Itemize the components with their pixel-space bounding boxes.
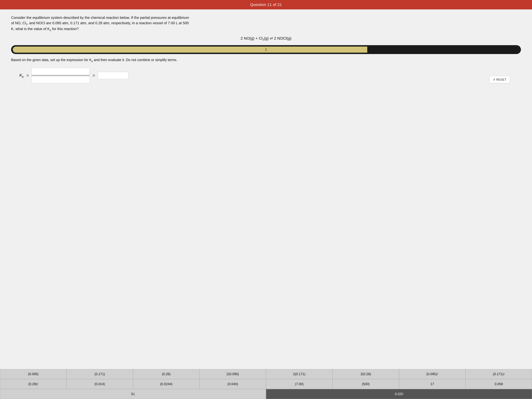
instruction-text: Based on the given data, set up the expr… [11,57,191,63]
fraction-line [32,75,90,76]
tile-17[interactable]: 17 [399,379,466,389]
tile-2-028[interactable]: 2(0.28) [332,369,399,379]
tile-0095-sq[interactable]: (0.095)2 [399,369,466,379]
tile-0020[interactable]: 0.020 [266,389,532,399]
tile-0058[interactable]: 0.058 [466,379,532,389]
tiles-area: (0.095) (0.171) (0.28) 2(0.095) 2(0.171)… [0,369,532,399]
equals-sign-2: = [93,73,95,78]
tile-0171-sq[interactable]: (0.171)2 [466,369,532,379]
tiles-row-2: (0.28)2 (0.014) (0.0244) (0.040) (7.00) … [0,379,532,389]
tile-2-0095[interactable]: 2(0.095) [200,369,266,379]
tile-0040[interactable]: (0.040) [200,379,266,389]
tile-00244[interactable]: (0.0244) [133,379,200,389]
equals-sign-1: = [26,73,29,78]
reset-icon: ↺ [493,78,495,81]
tile-0014[interactable]: (0.014) [66,379,133,389]
tile-2-0171[interactable]: 2(0.171) [266,369,332,379]
kp-label: Kp [19,73,24,78]
tile-0171[interactable]: (0.171) [66,369,133,379]
result-input[interactable] [98,72,128,79]
numerator-input[interactable] [32,68,90,75]
tile-0095[interactable]: (0.095) [0,369,66,379]
question-text: Consider the equilibrium system describe… [11,15,191,32]
header-bar: Question 11 of 21 [0,0,532,9]
reset-button[interactable]: ↺ RESET [489,76,510,83]
tile-500[interactable]: (500) [332,379,399,389]
tiles-row-3: 51 0.020 [0,389,532,399]
denominator-input[interactable] [32,76,90,83]
question-counter: Question 11 of 21 [250,2,282,7]
tile-51[interactable]: 51 [0,389,266,399]
main-content: Consider the equilibrium system describe… [0,9,532,369]
fraction [32,68,90,83]
tile-028[interactable]: (0.28) [133,369,200,379]
reset-label: RESET [496,78,506,82]
tile-700[interactable]: (7.00) [266,379,332,389]
slider-container[interactable]: 1 [11,45,521,54]
kp-equation-row: Kp = = ↺ RESET [11,68,521,92]
slider-value: 1 [265,47,267,52]
slider-track[interactable]: 1 [13,47,519,53]
kp-area: Kp = = [11,68,128,83]
tiles-row-1: (0.095) (0.171) (0.28) 2(0.095) 2(0.171)… [0,369,532,379]
tile-028-sq[interactable]: (0.28)2 [0,379,66,389]
chemical-equation: 2 NO(g) + Cl2(g) ⇌ 2 NOCl(g) [11,36,521,41]
